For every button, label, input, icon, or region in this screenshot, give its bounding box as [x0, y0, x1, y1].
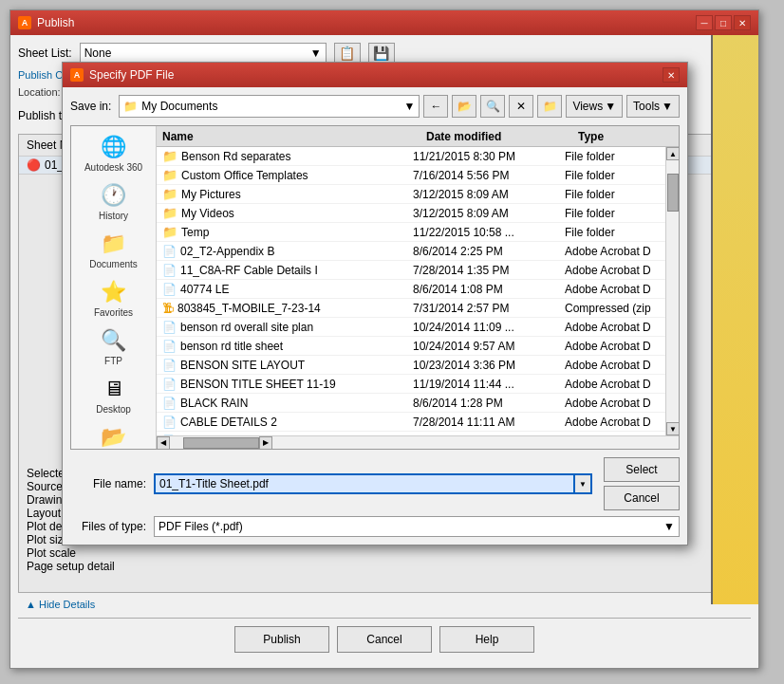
file-date: 7/28/2014 11:11 AM [413, 416, 565, 429]
file-name-cell: 📁 Temp [162, 225, 413, 239]
file-type: File folder [565, 150, 660, 163]
file-list-header: Name Date modified Type [157, 126, 679, 147]
scroll-right-btn[interactable]: ▶ [259, 436, 272, 450]
left-panel-item[interactable]: 🌐 Autodesk 360 [75, 130, 153, 176]
close-btn[interactable]: ✕ [734, 15, 751, 30]
vertical-scrollbar[interactable]: ▲ ▼ [665, 147, 679, 435]
file-row[interactable]: 📄 benson rd overall site plan 10/24/2014… [157, 318, 665, 337]
zip-icon: 🗜 [162, 302, 174, 315]
horizontal-scrollbar[interactable]: ◀ ▶ [157, 435, 679, 449]
file-name: BENSON SITE LAYOUT [180, 359, 305, 372]
hide-details-btn[interactable]: ▲ Hide Details [18, 597, 103, 612]
save-sheet-btn[interactable]: 💾 [368, 43, 395, 64]
left-panel-item[interactable]: 📂 Buzzsaw [75, 420, 153, 449]
delete-btn[interactable]: ✕ [509, 95, 533, 118]
file-row[interactable]: 📁 Benson Rd separates 11/21/2015 8:30 PM… [157, 147, 665, 166]
file-type: Adobe Acrobat D [565, 283, 660, 296]
file-name: 11_C8A-RF Cable Details I [180, 264, 318, 277]
file-name: 02_T2-Appendix B [180, 245, 274, 258]
file-name-cell: 📄 benson rd overall site plan [162, 321, 413, 334]
back-btn[interactable]: ← [423, 95, 448, 118]
filetype-arrow-icon: ▼ [663, 520, 675, 533]
help-button[interactable]: Help [439, 626, 534, 653]
file-row[interactable]: 📄 BENSON SITE LAYOUT 10/23/2014 3:36 PM … [157, 356, 665, 375]
publish-titlebar: A Publish ─ □ ✕ [10, 10, 758, 35]
pdf-icon: 📄 [162, 397, 177, 410]
save-in-label: Save in: [70, 100, 111, 113]
left-panel-item[interactable]: 🔍 FTP [75, 324, 153, 370]
pdf-window-controls: ✕ [663, 67, 680, 83]
cancel-button[interactable]: Cancel [604, 486, 680, 510]
autocad-icon: A [18, 16, 31, 29]
file-name: BENSON TITLE SHEET 11-19 [180, 378, 336, 391]
left-panel-item[interactable]: 📁 Documents [75, 227, 153, 273]
file-row[interactable]: 📄 40774 LE 8/6/2014 1:08 PM Adobe Acroba… [157, 280, 665, 299]
sheet-list-dropdown[interactable]: None ▼ [80, 43, 327, 64]
pdf-icon: 📄 [162, 359, 177, 372]
left-panel-icon: 🔍 [99, 327, 129, 354]
select-button[interactable]: Select [604, 457, 680, 482]
views-label: Views [572, 100, 603, 113]
minimize-btn[interactable]: ─ [696, 15, 713, 30]
file-row[interactable]: 📄 BLACK RAIN 8/6/2014 1:28 PM Adobe Acro… [157, 394, 665, 413]
file-row[interactable]: 📁 Custom Office Templates 7/16/2014 5:56… [157, 166, 665, 185]
pdf-dialog: A Specify PDF File ✕ Save in: 📁 My Docum… [62, 62, 688, 545]
tools-btn[interactable]: Tools ▼ [626, 95, 680, 118]
create-folder-btn[interactable]: 📁 [537, 95, 562, 118]
file-row[interactable]: 📄 CABLE DETAILS 2 7/28/2014 11:11 AM Ado… [157, 413, 665, 432]
file-name-cell: 📄 BENSON TITLE SHEET 11-19 [162, 378, 413, 391]
hscroll-thumb[interactable] [183, 437, 259, 449]
pdf-dialog-title: Specify PDF File [89, 68, 174, 82]
file-name-cell: 📁 My Pictures [162, 187, 413, 201]
scroll-left-btn[interactable]: ◀ [157, 436, 170, 450]
left-panel-label: Desktop [96, 404, 131, 415]
filetype-select[interactable]: PDF Files (*.pdf) ▼ [154, 516, 680, 537]
file-row[interactable]: 📄 02_T2-Appendix B 8/6/2014 2:25 PM Adob… [157, 242, 665, 261]
views-btn[interactable]: Views ▼ [566, 95, 623, 118]
file-date: 3/12/2015 8:09 AM [413, 207, 565, 220]
filename-input[interactable] [154, 473, 575, 494]
search-btn[interactable]: 🔍 [480, 95, 505, 118]
folder-icon: 📁 [162, 149, 177, 163]
file-row[interactable]: 📁 My Pictures 3/12/2015 8:09 AM File fol… [157, 185, 665, 204]
file-type: Adobe Acrobat D [565, 245, 660, 258]
file-type: Adobe Acrobat D [565, 264, 660, 277]
cancel-button[interactable]: Cancel [337, 626, 432, 653]
left-panel-icon: ⭐ [99, 279, 129, 305]
save-in-dropdown[interactable]: 📁 My Documents ▼ [119, 95, 420, 118]
left-panel-item[interactable]: 🖥 Desktop [75, 372, 153, 418]
scroll-up-btn[interactable]: ▲ [666, 147, 679, 160]
file-row[interactable]: 🗜 803845_T-MOBILE_7-23-14 7/31/2014 2:57… [157, 299, 665, 318]
scroll-down-btn[interactable]: ▼ [666, 422, 679, 435]
filename-combo: ▼ [154, 473, 592, 494]
add-sheet-btn[interactable]: 📋 [334, 43, 361, 64]
views-arrow-icon: ▼ [605, 100, 616, 113]
folder-icon: 📁 [162, 168, 177, 182]
left-panel-item[interactable]: 🕐 History [75, 178, 153, 225]
file-row[interactable]: 📁 Temp 11/22/2015 10:58 ... File folder [157, 223, 665, 242]
file-type: Adobe Acrobat D [565, 416, 660, 429]
left-panel-icon: 📁 [99, 231, 129, 257]
file-row[interactable]: 📁 My Videos 3/12/2015 8:09 AM File folde… [157, 204, 665, 223]
tools-label: Tools [633, 100, 660, 113]
scroll-thumb[interactable] [667, 174, 679, 212]
save-in-value: My Documents [141, 100, 217, 113]
right-panel: Name Date modified Type 📁 Benson Rd sepa… [157, 126, 679, 449]
maximize-btn[interactable]: □ [715, 15, 732, 30]
file-row[interactable]: 📄 11_C8A-RF Cable Details I 7/28/2014 1:… [157, 261, 665, 280]
pdf-icon: 📄 [162, 416, 177, 429]
file-row[interactable]: 📄 BENSON TITLE SHEET 11-19 11/19/2014 11… [157, 375, 665, 394]
left-panel-label: History [99, 211, 128, 221]
left-panel-item[interactable]: ⭐ Favorites [75, 275, 153, 322]
file-type: Adobe Acrobat D [565, 397, 660, 410]
pdf-icon: 📄 [162, 340, 177, 353]
tools-arrow-icon: ▼ [662, 100, 673, 113]
up-folder-btn[interactable]: 📂 [452, 95, 476, 118]
filename-dropdown-btn[interactable]: ▼ [575, 473, 592, 494]
file-name: benson rd title sheet [180, 340, 283, 353]
pdf-icon: 📄 [162, 264, 177, 277]
publish-button[interactable]: Publish [234, 626, 329, 653]
file-row[interactable]: 📄 benson rd title sheet 10/24/2014 9:57 … [157, 337, 665, 356]
file-name: My Pictures [181, 188, 241, 201]
pdf-close-btn[interactable]: ✕ [663, 67, 680, 83]
